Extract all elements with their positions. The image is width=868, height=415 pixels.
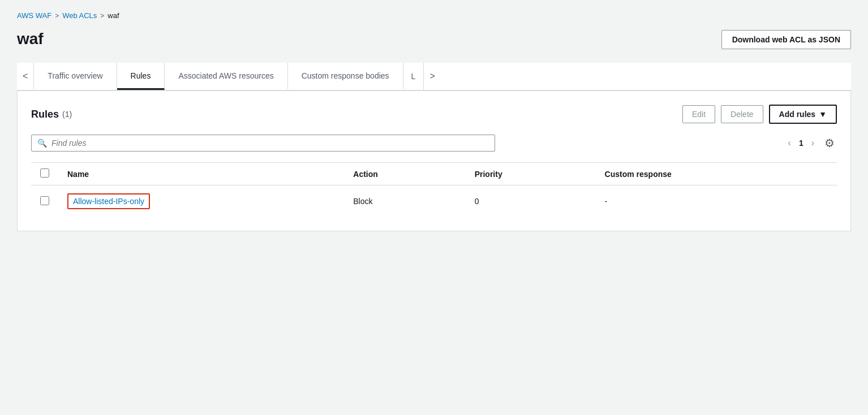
breadcrumb-aws-waf[interactable]: AWS WAF (17, 11, 51, 20)
rules-count: (1) (62, 110, 72, 119)
search-icon: 🔍 (37, 139, 47, 148)
col-custom-response: Custom response (596, 163, 837, 185)
page-number: 1 (799, 139, 803, 148)
select-all-checkbox[interactable] (40, 168, 49, 178)
tab-partial[interactable]: L (403, 63, 424, 90)
breadcrumb-current: waf (108, 11, 119, 20)
row-checkbox-cell (31, 185, 58, 218)
row-action-cell: Block (344, 185, 465, 218)
delete-button[interactable]: Delete (721, 105, 763, 123)
tab-associated-resources[interactable]: Associated AWS resources (165, 63, 287, 90)
table-settings-button[interactable]: ⚙ (822, 134, 837, 152)
rules-table: Name Action Priority Custom response All… (31, 162, 837, 217)
breadcrumb: AWS WAF > Web ACLs > waf (17, 11, 851, 20)
pagination-controls: ‹ 1 › ⚙ (785, 134, 837, 152)
table-row: Allow-listed-IPs-only Block 0 - (31, 185, 837, 218)
breadcrumb-web-acls[interactable]: Web ACLs (62, 11, 97, 20)
row-priority-cell: 0 (466, 185, 596, 218)
row-custom-response-cell: - (596, 185, 837, 218)
table-header-row: Name Action Priority Custom response (31, 163, 837, 185)
page-title: waf (17, 30, 44, 48)
rules-title: Rules (31, 109, 59, 120)
page-header: waf Download web ACL as JSON (17, 30, 851, 49)
search-box: 🔍 (31, 135, 495, 152)
row-name-cell: Allow-listed-IPs-only (58, 185, 344, 218)
rule-name-link[interactable]: Allow-listed-IPs-only (67, 193, 150, 209)
col-action: Action (344, 163, 465, 185)
edit-button[interactable]: Edit (682, 105, 715, 123)
breadcrumb-sep-2: > (100, 12, 104, 20)
rules-actions: Edit Delete Add rules ▼ (682, 105, 837, 124)
tab-rules[interactable]: Rules (117, 63, 165, 90)
dropdown-arrow-icon: ▼ (819, 110, 827, 119)
breadcrumb-sep-1: > (55, 12, 59, 20)
tab-traffic-overview[interactable]: Traffic overview (33, 63, 117, 90)
tabs-container: < Traffic overview Rules Associated AWS … (17, 63, 851, 90)
page-prev-button[interactable]: ‹ (785, 136, 794, 150)
search-input[interactable] (51, 139, 489, 148)
page-next-button[interactable]: › (808, 136, 818, 150)
tab-prev-button[interactable]: < (17, 63, 33, 90)
search-row: 🔍 ‹ 1 › ⚙ (31, 134, 837, 152)
row-checkbox[interactable] (40, 196, 49, 205)
col-priority: Priority (466, 163, 596, 185)
tab-custom-response-bodies[interactable]: Custom response bodies (288, 63, 403, 90)
rules-header: Rules (1) Edit Delete Add rules ▼ (31, 105, 837, 124)
col-name: Name (58, 163, 344, 185)
tab-next-button[interactable]: > (424, 63, 440, 90)
add-rules-label: Add rules (779, 110, 816, 119)
col-checkbox (31, 163, 58, 185)
content-panel: Rules (1) Edit Delete Add rules ▼ 🔍 ‹ 1 (17, 90, 851, 231)
download-json-button[interactable]: Download web ACL as JSON (721, 30, 851, 49)
add-rules-button[interactable]: Add rules ▼ (769, 105, 837, 124)
